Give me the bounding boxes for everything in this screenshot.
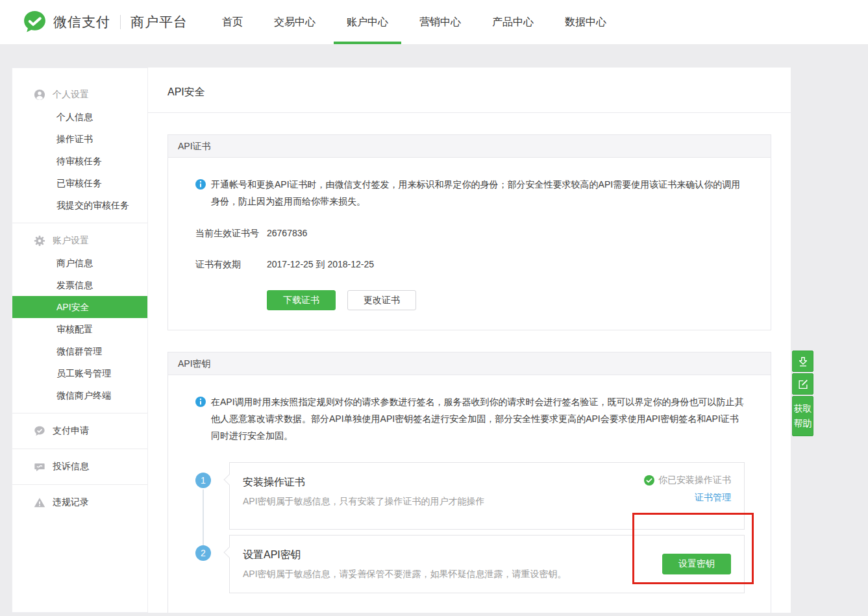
nav-home[interactable]: 首页 (209, 0, 256, 44)
field-label: 当前生效证书号 (195, 228, 267, 240)
sidebar-divider (12, 484, 147, 485)
gear-icon (34, 235, 45, 247)
sidebar-group-label: 投诉信息 (53, 461, 89, 473)
api-certificate-section: API证书 开通帐号和更换API证书时，由微信支付签发，用来标识和界定你的身份；… (167, 134, 771, 330)
sidebar-group-label: 违规记录 (53, 497, 89, 508)
sidebar-item-personal-info[interactable]: 个人信息 (12, 106, 147, 128)
set-api-key-button[interactable]: 设置密钥 (662, 554, 731, 574)
sidebar-group-label: 支付申请 (53, 425, 89, 437)
top-bar: 微信支付 商户平台 首页 交易中心 账户中心 营销中心 产品中心 数据中心 (0, 0, 868, 44)
logo[interactable]: 微信支付 商户平台 (23, 10, 188, 34)
sidebar-divider (12, 449, 147, 449)
step-box: 安装操作证书 API密钥属于敏感信息，只有安装了操作证书的用户才能操作 你已安装… (229, 462, 745, 530)
download-certificate-button[interactable]: 下载证书 (267, 290, 336, 310)
sidebar-item-merchant-info[interactable]: 商户信息 (12, 252, 147, 274)
step-title: 安装操作证书 (243, 476, 485, 489)
api-key-steps: 1 安装操作证书 API密钥属于敏感信息，只有安装了操作证书的用户才能操作 你已… (195, 462, 745, 593)
step-connector-line (203, 489, 204, 547)
check-circle-icon (644, 475, 654, 486)
certificate-info-text: 开通帐号和更换API证书时，由微信支付签发，用来标识和界定你的身份；部分安全性要… (211, 176, 745, 210)
step-description: API密钥属于敏感信息，请妥善保管不要泄露，如果怀疑信息泄露，请重设密钥。 (243, 569, 567, 580)
edit-icon (797, 378, 809, 390)
step-title: 设置API密钥 (243, 548, 567, 562)
api-key-info-row: 在API调用时用来按照指定规则对你的请求参数进行签名，服务器收到你的请求时会进行… (195, 393, 745, 444)
sidebar-group-personal-settings[interactable]: 个人设置 (12, 84, 147, 106)
certificate-management-link[interactable]: 证书管理 (695, 492, 731, 504)
brand-name: 微信支付 (53, 13, 110, 31)
certificate-validity-value: 2017-12-25 到 2018-12-25 (267, 259, 374, 271)
api-key-section-title: API密钥 (168, 352, 771, 375)
change-certificate-button[interactable]: 更改证书 (347, 290, 416, 310)
sidebar-divider (12, 223, 147, 223)
main-nav: 首页 交易中心 账户中心 营销中心 产品中心 数据中心 (209, 0, 625, 44)
wechat-pay-logo-icon (23, 10, 47, 34)
sidebar-group-complaint-info[interactable]: 投诉信息 (12, 456, 147, 478)
sidebar-item-staff-account-mgmt[interactable]: 员工账号管理 (12, 362, 147, 384)
get-help-button[interactable]: 获取帮助 (792, 396, 813, 436)
sidebar-item-review-config[interactable]: 审核配置 (12, 318, 147, 340)
sidebar-item-api-security[interactable]: API安全 (12, 296, 147, 318)
floating-toolbar: 获取帮助 (792, 351, 813, 436)
main-panel: API安全 API证书 开通帐号和更换API证书时，由微信支付签发，用来标识和界… (148, 68, 791, 613)
field-label: 证书有效期 (195, 259, 267, 271)
chat-check-icon (34, 425, 45, 437)
download-icon (797, 356, 809, 367)
info-icon (195, 179, 206, 190)
api-key-section: API密钥 在API调用时用来按照指定规则对你的请求参数进行签名，服务器收到你的… (167, 352, 771, 613)
api-key-info-text: 在API调用时用来按照指定规则对你的请求参数进行签名，服务器收到你的请求时会进行… (211, 393, 745, 444)
step-install-certificate: 1 安装操作证书 API密钥属于敏感信息，只有安装了操作证书的用户才能操作 你已… (195, 462, 745, 530)
certificate-info-row: 开通帐号和更换API证书时，由微信支付签发，用来标识和界定你的身份；部分安全性要… (195, 176, 745, 210)
sidebar-item-operation-cert[interactable]: 操作证书 (12, 128, 147, 150)
sidebar-group-payment-application[interactable]: 支付申请 (12, 420, 147, 442)
edit-tool-button[interactable] (792, 373, 813, 395)
sidebar-item-reviewed[interactable]: 已审核任务 (12, 172, 147, 194)
certificate-number-value: 26767836 (267, 228, 307, 240)
certificate-number-row: 当前生效证书号 26767836 (195, 228, 745, 240)
sidebar-item-pending-review[interactable]: 待审核任务 (12, 150, 147, 172)
info-icon (195, 397, 206, 407)
chat-icon (34, 461, 45, 473)
api-certificate-section-title: API证书 (168, 135, 771, 158)
sidebar-item-invoice-info[interactable]: 发票信息 (12, 274, 147, 296)
product-name: 商户平台 (130, 13, 188, 31)
sidebar-group-violation-record[interactable]: 违规记录 (12, 491, 147, 513)
download-tool-button[interactable] (792, 351, 813, 372)
certificate-validity-row: 证书有效期 2017-12-25 到 2018-12-25 (195, 259, 745, 271)
step-box-notch (224, 474, 235, 486)
sidebar-group-label: 个人设置 (53, 89, 89, 101)
user-icon (34, 89, 45, 101)
page-title: API安全 (148, 68, 791, 113)
nav-marketing-center[interactable]: 营销中心 (406, 0, 474, 44)
nav-data-center[interactable]: 数据中心 (552, 0, 619, 44)
step-description: API密钥属于敏感信息，只有安装了操作证书的用户才能操作 (243, 496, 485, 508)
step-set-api-key: 2 设置API密钥 API密钥属于敏感信息，请妥善保管不要泄露，如果怀疑信息泄露… (195, 535, 745, 593)
warning-icon (34, 497, 45, 508)
logo-divider (120, 15, 121, 29)
step-number-badge: 2 (195, 545, 211, 561)
nav-transaction-center[interactable]: 交易中心 (261, 0, 329, 44)
nav-product-center[interactable]: 产品中心 (479, 0, 547, 44)
sidebar-group-account-settings[interactable]: 账户设置 (12, 230, 147, 252)
step-box-notch (224, 547, 235, 558)
step-box: 设置API密钥 API密钥属于敏感信息，请妥善保管不要泄露，如果怀疑信息泄露，请… (229, 535, 745, 593)
sidebar: 个人设置 个人信息 操作证书 待审核任务 已审核任务 我提交的审核任务 账户设置… (12, 68, 148, 613)
sidebar-divider (12, 413, 147, 413)
sidebar-item-wechat-group-mgmt[interactable]: 微信群管理 (12, 340, 147, 362)
sidebar-item-my-submitted-review[interactable]: 我提交的审核任务 (12, 194, 147, 216)
sidebar-item-wechat-merchant-terminal[interactable]: 微信商户终端 (12, 384, 147, 406)
sidebar-group-label: 账户设置 (53, 235, 89, 247)
certificate-installed-status: 你已安装操作证书 (644, 474, 731, 486)
nav-account-center[interactable]: 账户中心 (334, 0, 401, 44)
certificate-buttons: 下载证书 更改证书 (267, 290, 745, 310)
status-text: 你已安装操作证书 (658, 474, 731, 486)
step-number-badge: 1 (195, 473, 211, 488)
